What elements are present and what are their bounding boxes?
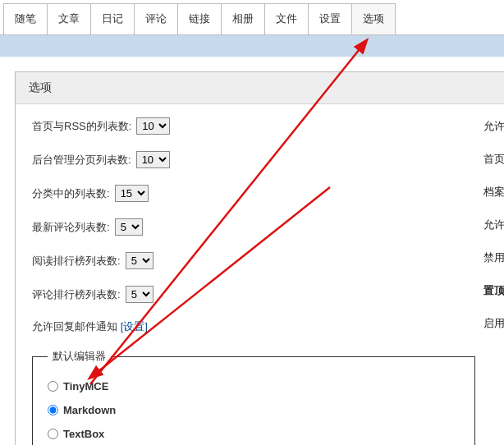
email-notify-label: 允许回复邮件通知 xyxy=(32,320,117,333)
side-link-disable[interactable]: 禁用 xyxy=(483,250,504,265)
tab-wenjian[interactable]: 文件 xyxy=(264,3,309,34)
tab-shezhi[interactable]: 设置 xyxy=(308,3,352,34)
radio-tinymce[interactable] xyxy=(48,381,58,392)
side-link-home[interactable]: 首页 xyxy=(483,152,504,167)
options-panel: 选项 首页与RSS的列表数: 10 后台管理分页列表数: 10 分类中的列表数: xyxy=(15,71,504,445)
field-label: 首页与RSS的列表数: xyxy=(32,119,131,134)
tab-xiangce[interactable]: 相册 xyxy=(221,3,265,34)
radio-label-tinymce: TinyMCE xyxy=(63,380,108,392)
radio-label-textbox: TextBox xyxy=(63,428,104,440)
panel-title: 选项 xyxy=(16,72,504,104)
side-link-allow[interactable]: 允许 xyxy=(483,119,504,134)
side-links: 允许 首页 档案 允许 禁用 置顶 启用 xyxy=(483,117,504,445)
field-label: 后台管理分页列表数: xyxy=(32,153,131,167)
field-label: 最新评论列表数: xyxy=(32,220,110,235)
radio-row-textbox[interactable]: TextBox xyxy=(48,428,460,440)
field-label: 分类中的列表数: xyxy=(32,186,110,201)
field-admin-page: 后台管理分页列表数: 10 xyxy=(32,151,459,168)
default-editor-fieldset: 默认编辑器 TinyMCE Markdown TextBox xyxy=(32,349,475,445)
tab-bar: 随笔 文章 日记 评论 链接 相册 文件 设置 选项 xyxy=(0,0,504,35)
radio-markdown[interactable] xyxy=(48,405,58,415)
field-recent-comments: 最新评论列表数: 5 xyxy=(32,218,459,236)
side-link-archive[interactable]: 档案 xyxy=(483,185,504,200)
select-comment-rank[interactable]: 5 xyxy=(126,286,153,303)
email-notify-row: 允许回复邮件通知 [设置] xyxy=(32,319,459,334)
select-admin-page[interactable]: 10 xyxy=(136,151,170,168)
radio-textbox[interactable] xyxy=(48,429,58,439)
side-link-top[interactable]: 置顶 xyxy=(483,283,504,298)
field-label: 阅读排行榜列表数: xyxy=(32,254,121,268)
tab-lianjie[interactable]: 链接 xyxy=(177,3,222,34)
side-link-enable[interactable]: 启用 xyxy=(483,316,504,331)
field-category: 分类中的列表数: 15 xyxy=(32,185,459,202)
field-label: 评论排行榜列表数: xyxy=(32,287,121,302)
tab-xuanxiang[interactable]: 选项 xyxy=(351,3,396,34)
radio-label-markdown: Markdown xyxy=(63,404,116,416)
side-link-allow2[interactable]: 允许 xyxy=(483,218,504,232)
tab-pinglun[interactable]: 评论 xyxy=(134,3,178,34)
select-category[interactable]: 15 xyxy=(115,185,149,202)
tab-riji[interactable]: 日记 xyxy=(90,3,135,34)
field-read-rank: 阅读排行榜列表数: 5 xyxy=(32,252,459,269)
select-read-rank[interactable]: 5 xyxy=(126,252,153,269)
tab-suibi[interactable]: 随笔 xyxy=(3,3,48,34)
tab-wenzhang[interactable]: 文章 xyxy=(47,3,91,34)
fieldset-legend: 默认编辑器 xyxy=(48,349,111,364)
field-comment-rank: 评论排行榜列表数: 5 xyxy=(32,286,459,303)
email-notify-settings-link[interactable]: [设置] xyxy=(121,320,148,333)
radio-row-markdown[interactable]: Markdown xyxy=(48,404,460,416)
select-recent-comments[interactable]: 5 xyxy=(115,218,143,236)
field-home-rss: 首页与RSS的列表数: 10 xyxy=(32,117,459,135)
radio-row-tinymce[interactable]: TinyMCE xyxy=(48,380,460,392)
select-home-rss[interactable]: 10 xyxy=(136,117,170,135)
blue-header-bar xyxy=(0,35,504,57)
